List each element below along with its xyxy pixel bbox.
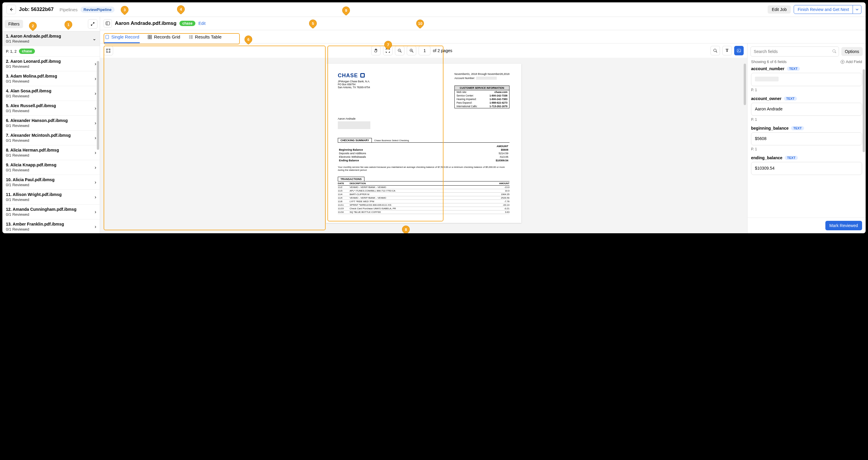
sidebar-item[interactable]: 10. Alicia Paul.pdf.ibmsg0/1 Reviewed› (2, 175, 100, 190)
zoom-out-button[interactable] (395, 46, 404, 55)
finish-review-dropdown[interactable] (853, 5, 862, 14)
doc-item-title: 11. Allison Wright.pdf.ibmsg (6, 192, 95, 197)
mark-reviewed-button[interactable]: Mark Reviewed (825, 221, 862, 230)
tab-single-record[interactable]: Single Record (104, 33, 140, 43)
image-icon (737, 48, 741, 53)
document-header: Aaron Andrade.pdf.ibmsg chase Edit (100, 17, 866, 30)
expand-button[interactable] (88, 19, 97, 29)
sidebar-item[interactable]: 7. Alexander Mcintosh.pdf.ibmsg0/1 Revie… (2, 130, 100, 145)
tab-results-table[interactable]: Results Table (188, 33, 222, 43)
options-button[interactable]: Options (841, 47, 863, 56)
scrollbar[interactable] (97, 61, 99, 150)
svg-point-14 (106, 49, 107, 50)
chase-logo-icon (360, 73, 365, 78)
doc-item-status: 0/1 Reviewed (6, 183, 95, 187)
tx-col-amt: AMOUNT (492, 182, 509, 185)
page-input[interactable] (418, 46, 430, 55)
sidebar-item[interactable]: 8. Alicia Herman.pdf.ibmsg0/1 Reviewed› (2, 145, 100, 160)
text-tool[interactable]: T (722, 46, 732, 55)
pipeline-chip[interactable]: ReviewPipeline (81, 6, 115, 13)
field-type-chip: TEXT (791, 126, 804, 130)
svg-line-22 (412, 52, 413, 53)
field-page-label: P. 1 (751, 88, 862, 92)
sidebar-item[interactable]: 3. Adam Molina.pdf.ibmsg0/1 Reviewed› (2, 71, 100, 86)
search-fields-input[interactable] (750, 47, 839, 57)
document-canvas[interactable]: CHASE JPMorgan Chase Bank, N.A.PO Box 65… (100, 58, 747, 233)
sidebar-item[interactable]: 12. Amanda Cunningham.pdf.ibmsg0/1 Revie… (2, 205, 100, 219)
cs-row: Web site:chase.com (455, 90, 509, 94)
svg-rect-13 (107, 49, 110, 52)
field-value-box[interactable]: $5608 (751, 132, 862, 145)
edit-link[interactable]: Edit (198, 21, 206, 26)
field-value-box[interactable]: Aaron Andrade (751, 103, 862, 116)
tab-records-grid[interactable]: Records Grid (147, 33, 181, 43)
summary-row: Electronic Withdrawals-513.05 (338, 155, 509, 159)
svg-rect-2 (106, 35, 108, 39)
field-type-chip: TEXT (785, 156, 798, 160)
recipient-address-redacted (338, 121, 370, 129)
pan-tool[interactable] (371, 46, 381, 55)
sidebar-item[interactable]: 5. Alex Russell.pdf.ibmsg0/1 Reviewed› (2, 101, 100, 116)
edit-job-button[interactable]: Edit Job (768, 5, 791, 13)
image-tool[interactable] (734, 46, 744, 55)
sidebar-item[interactable]: 4. Alan Sosa.pdf.ibmsg0/1 Reviewed› (2, 86, 100, 101)
finish-review-button[interactable]: Finish Review and Get Next (794, 5, 853, 14)
doc-item-title: 3. Adam Molina.pdf.ibmsg (6, 74, 95, 79)
add-field-label: Add Field (846, 60, 862, 64)
document-list[interactable]: 1. Aaron Andrade.pdf.ibmsg0/1 Reviewed⌄P… (2, 31, 100, 233)
svg-point-17 (110, 52, 111, 53)
transaction-row: 11/4VENMO - VERIFYBANK - VENMO2526.56 (338, 196, 509, 200)
doc-item-status: 0/1 Reviewed (6, 79, 95, 84)
sidebar-item[interactable]: 13. Amber Franklin.pdf.ibmsg0/1 Reviewed… (2, 219, 100, 233)
tab-icon (189, 35, 193, 39)
sidebar-item[interactable]: 9. Alicia Knapp.pdf.ibmsg0/1 Reviewed› (2, 160, 100, 175)
doc-item-title: 2. Aaron Leonard.pdf.ibmsg (6, 59, 95, 64)
tab-label: Results Table (195, 34, 222, 39)
tab-icon (105, 35, 110, 39)
summary-row: Deposits and Additions5214.59 (338, 152, 509, 155)
chevron-right-icon: › (95, 91, 96, 96)
chevron-right-icon: › (95, 121, 96, 126)
doc-item-title: 13. Amber Franklin.pdf.ibmsg (6, 222, 95, 226)
panel-toggle-button[interactable] (104, 19, 112, 28)
field-page-label: P. 1 (751, 147, 862, 151)
add-field-button[interactable]: Add Field (840, 60, 862, 64)
content-row: of 2 pages T (100, 43, 866, 233)
fields-list[interactable]: account_numberTEXTP. 1account_ownerTEXTA… (747, 66, 866, 218)
bank-address-line: San Antonio, TX 78265-9754 (338, 86, 370, 89)
field-value-box[interactable] (751, 73, 862, 86)
zoom-in-button[interactable] (407, 46, 416, 55)
sidebar-item[interactable]: 1. Aaron Andrade.pdf.ibmsg0/1 Reviewed⌄ (2, 31, 100, 46)
transaction-row: 11/16SQ *BLUE BOTTLE COFFEE3.63 (338, 211, 509, 214)
doc-item-status: 0/1 Reviewed (6, 39, 92, 43)
chevron-right-icon: › (95, 209, 96, 215)
svg-rect-6 (150, 37, 152, 39)
chevron-right-icon: › (95, 106, 96, 111)
sidebar-item[interactable]: 6. Alexander Hanson.pdf.ibmsg0/1 Reviewe… (2, 116, 100, 130)
bounding-box-tool[interactable] (104, 46, 113, 55)
cs-row: Para Espanol:1-888-622-4273 (455, 101, 509, 104)
field-value-box[interactable]: $10309.54 (751, 162, 862, 175)
search-tool[interactable] (711, 46, 720, 55)
sidebar-item[interactable]: 11. Allison Wright.pdf.ibmsg0/1 Reviewed… (2, 190, 100, 205)
canvas-scrollbar[interactable] (744, 64, 746, 105)
svg-point-11 (189, 38, 190, 38)
doc-sub-row[interactable]: P. 1, 2chase (2, 46, 100, 57)
sidebar-item[interactable]: 2. Aaron Leonard.pdf.ibmsg0/1 Reviewed› (2, 57, 100, 71)
finish-button-group: Finish Review and Get Next (794, 5, 862, 14)
app-root: Job: 56322b67 Pipelines ReviewPipeline E… (2, 2, 866, 233)
recipient-block: Aaron Andrade (338, 117, 509, 129)
chevron-right-icon: › (95, 61, 96, 67)
fields-scrollbar[interactable] (863, 69, 865, 152)
zoom-out-icon (397, 48, 402, 53)
back-button[interactable] (6, 5, 16, 14)
tab-label: Single Record (111, 34, 139, 39)
fit-tool[interactable] (383, 46, 393, 55)
doc-item-title: 5. Alex Russell.pdf.ibmsg (6, 103, 95, 108)
filters-button[interactable]: Filters (5, 20, 23, 28)
summary-row: Beginning Balance$5608 (338, 148, 509, 152)
recipient-name: Aaron Andrade (338, 117, 509, 120)
doc-item-status: 0/1 Reviewed (6, 153, 95, 157)
cs-row: Service Center:1-800-242-7338 (455, 94, 509, 97)
sidebar: Filters 1. Aaron Andrade.pdf.ibmsg0/1 Re… (2, 17, 100, 233)
